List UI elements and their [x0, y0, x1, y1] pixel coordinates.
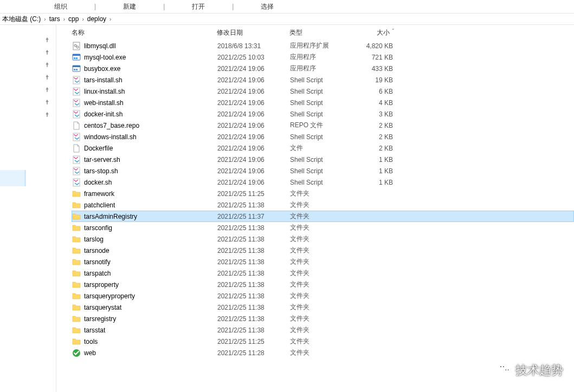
toolbar-open[interactable]: 打开	[192, 2, 205, 11]
sh-icon	[72, 133, 81, 141]
file-date: 2021/2/24 19:06	[217, 99, 290, 107]
file-date: 2021/2/25 10:03	[217, 54, 290, 61]
file-row[interactable]: framework2021/2/25 11:25文件夹	[72, 188, 574, 199]
file-row[interactable]: windows-install.sh2021/2/24 19:06Shell S…	[72, 131, 574, 142]
file-row[interactable]: tar-server.sh2021/2/24 19:06Shell Script…	[72, 154, 574, 165]
file-name: tarsconfig	[84, 224, 112, 232]
column-type[interactable]: 类型	[289, 28, 351, 37]
toolbar-new[interactable]: 新建	[123, 2, 136, 11]
file-date: 2021/2/25 11:38	[217, 315, 290, 323]
file-row[interactable]: web-install.sh2021/2/24 19:06Shell Scrip…	[72, 97, 574, 108]
file-name: web-install.sh	[84, 99, 124, 107]
file-row[interactable]: tarsnotify2021/2/25 11:38文件夹	[72, 256, 574, 267]
file-row[interactable]: patchclient2021/2/25 11:38文件夹	[72, 199, 574, 211]
pin-icon[interactable]	[44, 87, 50, 95]
pin-icon[interactable]	[44, 74, 50, 82]
breadcrumb-deploy[interactable]: deploy	[87, 15, 106, 23]
file-date: 2021/2/24 19:06	[217, 122, 290, 129]
column-date[interactable]: 修改日期	[217, 28, 289, 37]
file-row[interactable]: web2021/2/25 11:28文件夹	[72, 347, 574, 358]
file-size: 721 KB	[352, 54, 395, 61]
pin-icon[interactable]	[44, 99, 50, 107]
toolbar-sep: |	[232, 3, 234, 10]
file-date: 2021/2/25 11:38	[217, 236, 290, 243]
file-name: tarsnode	[84, 247, 109, 254]
toolbar-select[interactable]: 选择	[261, 2, 274, 11]
file-row[interactable]: tars-stop.sh2021/2/24 19:06Shell Script1…	[72, 165, 574, 177]
file-date: 2021/2/25 11:38	[217, 292, 290, 300]
file-name: tarsquerystat	[84, 304, 121, 311]
file-size: 2 KB	[352, 145, 395, 152]
sh-icon	[72, 76, 81, 84]
file-rows: libmysql.dll2018/6/8 13:31应用程序扩展4,820 KB…	[56, 40, 574, 358]
file-name: tarsqueryproperty	[84, 292, 135, 300]
svg-rect-5	[74, 57, 75, 59]
pin-icon[interactable]	[44, 112, 50, 120]
file-row[interactable]: tarsqueryproperty2021/2/25 11:38文件夹	[72, 290, 574, 302]
file-type: 文件夹	[290, 223, 352, 232]
file-row[interactable]: tarslog2021/2/25 11:38文件夹	[72, 233, 574, 245]
column-size[interactable]: 大小˅	[351, 28, 395, 37]
breadcrumb[interactable]: 本地磁盘 (C:) › tars › cpp › deploy ›	[0, 13, 574, 25]
file-type: Shell Script	[290, 156, 352, 164]
file-row[interactable]: linux-install.sh2021/2/24 19:06Shell Scr…	[72, 86, 574, 97]
file-date: 2021/2/24 19:06	[217, 88, 290, 95]
file-row[interactable]: tarsstat2021/2/25 11:38文件夹	[72, 324, 574, 336]
file-date: 2021/2/25 11:38	[217, 258, 290, 266]
file-row[interactable]: tools2021/2/25 11:25文件夹	[72, 336, 574, 347]
pin-icon[interactable]	[44, 49, 50, 57]
folder-icon	[72, 190, 81, 198]
file-row[interactable]: tarsproperty2021/2/25 11:38文件夹	[72, 279, 574, 290]
chevron-right-icon: ›	[63, 16, 65, 22]
file-row[interactable]: tarsAdminRegistry2021/2/25 11:37文件夹	[72, 211, 574, 222]
file-row[interactable]: docker-init.sh2021/2/24 19:06Shell Scrip…	[72, 108, 574, 120]
quick-access-pins	[44, 37, 50, 120]
file-name: libmysql.dll	[84, 42, 116, 50]
pin-icon[interactable]	[44, 37, 50, 45]
file-row[interactable]: tars-install.sh2021/2/24 19:06Shell Scri…	[72, 74, 574, 86]
sh-icon	[72, 99, 81, 107]
sidebar-selected-tab[interactable]	[0, 170, 26, 186]
file-name: busybox.exe	[84, 65, 120, 73]
file-name: tarsstat	[84, 326, 105, 334]
file-row[interactable]: centos7_base.repo2021/2/24 19:06REPO 文件2…	[72, 120, 574, 131]
pin-icon[interactable]	[44, 62, 50, 70]
file-row[interactable]: busybox.exe2021/2/24 19:06应用程序433 KB	[72, 63, 574, 74]
folder-icon	[72, 258, 81, 266]
file-type: 应用程序扩展	[290, 41, 352, 50]
file-icon	[72, 121, 81, 130]
watermark: 技术趋势	[497, 362, 563, 379]
file-row[interactable]: mysql-tool.exe2021/2/25 10:03应用程序721 KB	[72, 51, 574, 63]
file-row[interactable]: tarsconfig2021/2/25 11:38文件夹	[72, 222, 574, 233]
file-type: Shell Script	[290, 133, 352, 141]
file-type: 文件夹	[290, 291, 352, 300]
file-row[interactable]: tarsregistry2021/2/25 11:38文件夹	[72, 313, 574, 324]
folder-icon	[72, 292, 81, 300]
chevron-right-icon: ›	[82, 16, 83, 22]
file-name: centos7_base.repo	[84, 122, 139, 129]
file-date: 2021/2/25 11:38	[217, 281, 290, 289]
file-type: 文件	[290, 143, 352, 153]
main-area: 名称 修改日期 类型 大小˅ libmysql.dll2018/6/8 13:3…	[0, 25, 574, 392]
watermark-text: 技术趋势	[515, 362, 563, 378]
folder-icon	[72, 235, 81, 244]
column-name[interactable]: 名称	[72, 28, 217, 37]
file-type: 文件夹	[290, 234, 352, 244]
folder-icon	[72, 269, 81, 278]
file-size: 2 KB	[352, 133, 395, 141]
file-row[interactable]: docker.sh2021/2/24 19:06Shell Script1 KB	[72, 177, 574, 188]
file-row[interactable]: libmysql.dll2018/6/8 13:31应用程序扩展4,820 KB	[72, 40, 574, 51]
file-type: 文件夹	[290, 314, 352, 323]
toolbar-organize[interactable]: 组织	[54, 2, 67, 11]
file-date: 2021/2/24 19:06	[217, 145, 290, 152]
breadcrumb-tars[interactable]: tars	[49, 15, 60, 23]
folder-icon	[72, 246, 81, 255]
file-row[interactable]: tarspatch2021/2/25 11:38文件夹	[72, 267, 574, 279]
wechat-icon	[497, 362, 511, 379]
file-row[interactable]: Dockerfile2021/2/24 19:06文件2 KB	[72, 142, 574, 154]
file-row[interactable]: tarsquerystat2021/2/25 11:38文件夹	[72, 302, 574, 313]
file-date: 2021/2/24 19:06	[217, 156, 290, 164]
breadcrumb-root[interactable]: 本地磁盘 (C:)	[2, 15, 41, 24]
breadcrumb-cpp[interactable]: cpp	[68, 15, 79, 23]
file-row[interactable]: tarsnode2021/2/25 11:38文件夹	[72, 245, 574, 256]
